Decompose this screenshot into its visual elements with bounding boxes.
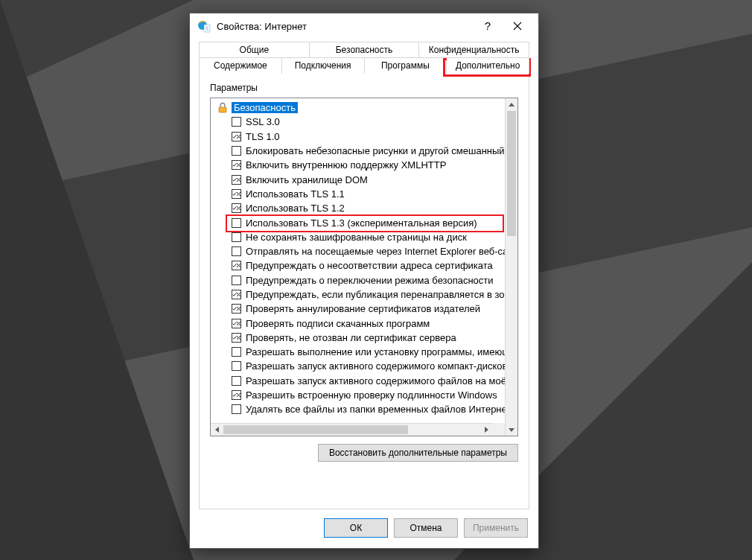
tree-item[interactable]: Предупреждать, если публикация перенапра… bbox=[212, 287, 505, 302]
close-icon bbox=[513, 22, 522, 31]
checkbox[interactable] bbox=[232, 261, 241, 270]
cancel-button[interactable]: Отмена bbox=[394, 518, 458, 538]
checkbox[interactable] bbox=[232, 376, 241, 386]
tree-item-label: Не сохранять зашифрованные страницы на д… bbox=[246, 232, 467, 243]
tree-section-security[interactable]: Безопасность bbox=[212, 101, 505, 115]
tree-item-label: TLS 1.0 bbox=[246, 131, 280, 142]
scroll-down-icon[interactable] bbox=[506, 423, 517, 436]
tree-item[interactable]: TLS 1.0 bbox=[212, 130, 505, 144]
tree-item-label: Проверять, не отозван ли сертификат серв… bbox=[246, 332, 456, 343]
checkbox[interactable] bbox=[232, 347, 241, 357]
checkbox[interactable] bbox=[232, 304, 241, 314]
ok-button[interactable]: ОК bbox=[324, 518, 388, 538]
tree-item[interactable]: Удалять все файлы из папки временных фай… bbox=[212, 402, 505, 416]
checkbox[interactable] bbox=[232, 290, 241, 299]
internet-options-icon bbox=[197, 19, 211, 33]
tree-item[interactable]: Проверять, не отозван ли сертификат серв… bbox=[212, 331, 505, 345]
checkbox[interactable] bbox=[232, 160, 241, 170]
tree-item-label: Разрешать запуск активного содержимого к… bbox=[246, 360, 505, 372]
tree-item[interactable]: Проверять аннулирование сертификатов изд… bbox=[212, 302, 505, 316]
scroll-up-icon[interactable] bbox=[506, 98, 517, 111]
tree-item[interactable]: Предупреждать о несоответствии адреса се… bbox=[212, 258, 505, 273]
tree-item-label: Использовать TLS 1.3 (экспериментальная … bbox=[246, 217, 477, 229]
checkbox[interactable] bbox=[232, 361, 241, 371]
checkbox[interactable] bbox=[232, 232, 241, 242]
tree-item[interactable]: Не сохранять зашифрованные страницы на д… bbox=[212, 230, 505, 244]
checkbox[interactable] bbox=[232, 276, 241, 285]
scroll-right-icon[interactable] bbox=[479, 424, 492, 436]
tab-strip: Общие Безопасность Конфиденциальность Со… bbox=[199, 42, 529, 74]
lock-icon bbox=[217, 102, 229, 114]
close-button[interactable] bbox=[503, 15, 532, 37]
vscroll-thumb[interactable] bbox=[507, 111, 516, 236]
tree-item[interactable]: Использовать TLS 1.3 (экспериментальная … bbox=[212, 215, 505, 229]
tree-item-label: Использовать TLS 1.1 bbox=[246, 188, 345, 200]
tab-programs[interactable]: Программы bbox=[365, 57, 447, 74]
tree-item[interactable]: Проверять подписи скачанных программ bbox=[212, 316, 505, 330]
checkbox[interactable] bbox=[232, 333, 241, 343]
scroll-left-icon[interactable] bbox=[211, 424, 223, 436]
tree-item-label: SSL 3.0 bbox=[246, 116, 280, 127]
checkbox[interactable] bbox=[232, 246, 241, 256]
tree-item[interactable]: Разрешить встроенную проверку подлинност… bbox=[212, 388, 505, 402]
checkbox[interactable] bbox=[232, 390, 241, 400]
tree-item-label: Включить внутреннюю поддержку XMLHTTP bbox=[246, 159, 446, 171]
tree-item-label: Разрешать запуск активного содержимого ф… bbox=[246, 375, 505, 386]
apply-button[interactable]: Применить bbox=[464, 518, 528, 538]
tree-item-label: Предупреждать о переключении режима безо… bbox=[246, 275, 494, 286]
horizontal-scrollbar[interactable] bbox=[211, 423, 492, 436]
tab-privacy[interactable]: Конфиденциальность bbox=[419, 42, 529, 58]
checkbox[interactable] bbox=[232, 117, 241, 127]
dialog-button-bar: ОК Отмена Применить bbox=[190, 509, 538, 548]
checkbox[interactable] bbox=[232, 203, 241, 213]
tree-item[interactable]: Включить хранилище DOM bbox=[212, 172, 505, 186]
checkbox[interactable] bbox=[232, 218, 241, 228]
checkbox[interactable] bbox=[232, 132, 241, 141]
svg-marker-11 bbox=[509, 428, 514, 432]
dialog-title: Свойства: Интернет bbox=[217, 21, 473, 32]
tree-item-label: Разрешить встроенную проверку подлинност… bbox=[246, 389, 497, 401]
help-button[interactable]: ? bbox=[473, 15, 503, 37]
svg-marker-8 bbox=[215, 427, 219, 433]
tree-item[interactable]: Предупреждать о переключении режима безо… bbox=[212, 273, 505, 287]
tree-item-label: Разрешать выполнение или установку прогр… bbox=[246, 346, 505, 357]
scrollbar-corner bbox=[492, 423, 505, 436]
tree-item[interactable]: Разрешать запуск активного содержимого к… bbox=[212, 359, 505, 373]
tree-item-label: Предупреждать о несоответствии адреса се… bbox=[246, 260, 493, 271]
tree-item-label: Отправлять на посещаемые через Internet … bbox=[246, 246, 505, 257]
tree-item-label: Проверять аннулирование сертификатов изд… bbox=[246, 303, 480, 314]
tab-content[interactable]: Содержимое bbox=[199, 57, 282, 74]
tree-item-label: Удалять все файлы из папки временных фай… bbox=[246, 404, 505, 415]
tree-item-label: Проверять подписи скачанных программ bbox=[246, 318, 430, 329]
checkbox[interactable] bbox=[232, 146, 241, 156]
restore-advanced-button[interactable]: Восстановить дополнительные параметры bbox=[318, 444, 518, 462]
checkbox[interactable] bbox=[232, 404, 241, 414]
hscroll-thumb[interactable] bbox=[223, 425, 408, 434]
vertical-scrollbar[interactable] bbox=[505, 98, 517, 436]
settings-groupbox-label: Параметры bbox=[210, 83, 518, 93]
tree-item[interactable]: Блокировать небезопасные рисунки и друго… bbox=[212, 144, 505, 158]
svg-marker-9 bbox=[485, 427, 488, 433]
tree-item[interactable]: Разрешать выполнение или установку прогр… bbox=[212, 345, 505, 359]
tab-page-advanced: Параметры БезопасностьSSL 3.0TLS 1.0Блок… bbox=[199, 74, 529, 509]
internet-properties-dialog: Свойства: Интернет ? Общие Безопасность … bbox=[189, 13, 539, 549]
tab-general[interactable]: Общие bbox=[199, 42, 310, 58]
tree-item-label: Блокировать небезопасные рисунки и друго… bbox=[246, 145, 505, 156]
tree-item[interactable]: Разрешать запуск активного содержимого ф… bbox=[212, 374, 505, 388]
tab-advanced[interactable]: Дополнительно bbox=[447, 57, 529, 74]
tree-item[interactable]: Использовать TLS 1.1 bbox=[212, 187, 505, 201]
settings-tree[interactable]: БезопасностьSSL 3.0TLS 1.0Блокировать не… bbox=[210, 98, 518, 436]
tree-item[interactable]: Отправлять на посещаемые через Internet … bbox=[212, 244, 505, 258]
tree-item[interactable]: Включить внутреннюю поддержку XMLHTTP bbox=[212, 158, 505, 172]
checkbox[interactable] bbox=[232, 175, 241, 185]
checkbox[interactable] bbox=[232, 319, 241, 328]
section-security-label: Безопасность bbox=[232, 102, 298, 113]
checkbox[interactable] bbox=[232, 189, 241, 199]
tab-connections[interactable]: Подключения bbox=[282, 57, 365, 74]
svg-marker-10 bbox=[509, 103, 514, 106]
tree-item[interactable]: Использовать TLS 1.2 bbox=[212, 201, 505, 215]
titlebar[interactable]: Свойства: Интернет ? bbox=[190, 13, 538, 39]
tree-item-label: Использовать TLS 1.2 bbox=[246, 203, 345, 214]
tab-security[interactable]: Безопасность bbox=[310, 42, 420, 58]
tree-item[interactable]: SSL 3.0 bbox=[212, 115, 505, 129]
